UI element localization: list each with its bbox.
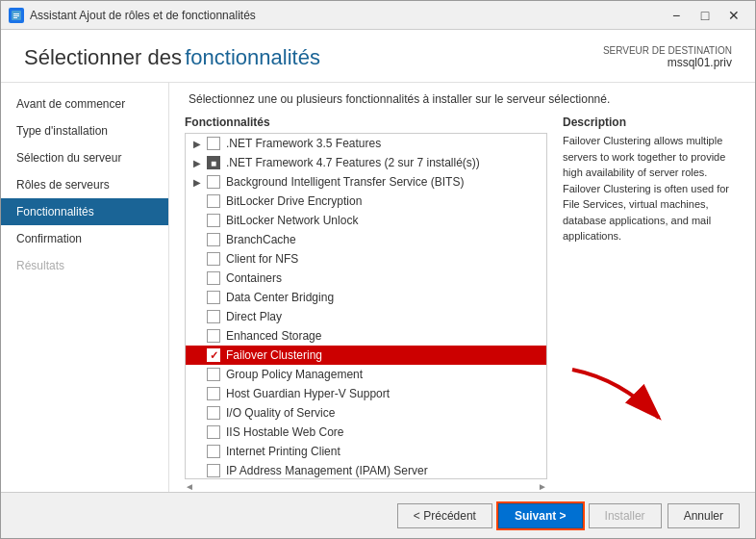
app-icon [9,8,24,23]
window-title: Assistant Ajout de rôles et de fonctionn… [30,9,663,22]
list-item[interactable]: Enhanced Storage [186,326,546,346]
expand-icon [189,328,205,344]
expand-icon [189,193,205,209]
feature-label: .NET Framework 4.7 Features (2 sur 7 ins… [226,156,542,169]
list-item[interactable]: Host Guardian Hyper-V Support [186,384,546,403]
feature-checkbox[interactable] [207,368,220,381]
close-button[interactable]: ✕ [720,5,747,26]
feature-checkbox[interactable] [207,445,220,458]
feature-checkbox[interactable] [207,464,220,477]
feature-label: BitLocker Network Unlock [226,214,542,227]
feature-checkbox[interactable] [207,194,220,208]
feature-checkbox[interactable] [207,329,220,343]
description-header: Description [563,110,740,133]
page-title: Sélectionner des fonctionnalités [24,45,320,70]
list-item[interactable]: Direct Play [186,307,546,326]
features-panel: Fonctionnalités ▶ .NET Framework 3.5 Fea… [185,110,547,492]
expand-icon [189,367,205,382]
feature-checkbox[interactable] [207,291,220,304]
expand-icon [189,270,205,286]
red-arrow-icon [563,360,678,437]
feature-checkbox[interactable]: ✓ [207,348,220,362]
features-header: Fonctionnalités [185,110,547,133]
feature-label: IP Address Management (IPAM) Server [226,464,542,477]
feature-checkbox[interactable] [207,387,220,400]
sidebar-item-type[interactable]: Type d'installation [1,117,168,144]
expand-icon[interactable]: ▶ [189,136,205,151]
list-item[interactable]: Client for NFS [186,249,546,269]
list-item[interactable]: BranchCache [186,230,546,249]
feature-label: Client for NFS [226,252,542,266]
list-item[interactable]: Group Policy Management [186,365,546,384]
description-panel: Description Failover Clustering allows m… [547,110,740,492]
main-layout: Avant de commencer Type d'installation S… [1,83,755,492]
features-list: ▶ .NET Framework 3.5 Features ▶ ■ .NET F… [186,134,546,479]
expand-icon [189,347,205,363]
main-content: Sélectionnez une ou plusieurs fonctionna… [169,83,755,492]
page-subtitle: Sélectionnez une ou plusieurs fonctionna… [169,83,755,110]
feature-checkbox[interactable] [207,233,220,246]
feature-label: Group Policy Management [226,368,542,381]
window-controls: − □ ✕ [663,5,747,26]
cancel-button[interactable]: Annuler [668,503,740,528]
feature-checkbox[interactable] [207,425,220,439]
minimize-button[interactable]: − [663,5,690,26]
sidebar-item-selection[interactable]: Sélection du serveur [1,144,168,171]
expand-icon [189,213,205,228]
next-button[interactable]: Suivant > [498,503,583,528]
list-item[interactable]: IIS Hostable Web Core [186,423,546,442]
expand-icon [189,251,205,267]
sidebar-item-roles[interactable]: Rôles de serveurs [1,171,168,198]
list-item-failover[interactable]: ✓ Failover Clustering [186,346,546,365]
list-item[interactable]: IP Address Management (IPAM) Server [186,461,546,479]
list-item[interactable]: ▶ .NET Framework 3.5 Features [186,134,546,153]
sidebar-item-resultats: Résultats [1,252,168,279]
list-item[interactable]: Data Center Bridging [186,288,546,307]
arrow-container [563,360,740,437]
sidebar-item-avant[interactable]: Avant de commencer [1,90,168,117]
feature-checkbox[interactable] [207,252,220,266]
content-columns: Fonctionnalités ▶ .NET Framework 3.5 Fea… [169,110,755,492]
sidebar-item-fonctionnalites[interactable]: Fonctionnalités [1,198,168,225]
feature-checkbox[interactable]: ■ [207,156,220,169]
expand-icon [189,405,205,421]
features-list-container[interactable]: ▶ .NET Framework 3.5 Features ▶ ■ .NET F… [185,133,547,479]
feature-label: Host Guardian Hyper-V Support [226,387,542,400]
prev-button[interactable]: < Précédent [397,503,492,528]
feature-label: I/O Quality of Service [226,406,542,420]
list-item[interactable]: BitLocker Network Unlock [186,211,546,230]
main-window: Assistant Ajout de rôles et de fonctionn… [0,0,756,539]
list-item[interactable]: ▶ ■ .NET Framework 4.7 Features (2 sur 7… [186,153,546,172]
list-item[interactable]: Containers [186,269,546,288]
svg-rect-2 [13,15,19,16]
feature-label: Background Intelligent Transfer Service … [226,175,542,189]
list-item[interactable]: I/O Quality of Service [186,403,546,423]
feature-checkbox[interactable] [207,137,220,150]
feature-checkbox[interactable] [207,406,220,420]
feature-label: Direct Play [226,310,542,323]
list-item[interactable]: Internet Printing Client [186,442,546,461]
titlebar: Assistant Ajout de rôles et de fonctionn… [1,1,755,30]
feature-label: .NET Framework 3.5 Features [226,137,542,150]
list-item[interactable]: ▶ Background Intelligent Transfer Servic… [186,172,546,192]
expand-icon [189,424,205,440]
scroll-info: ◄► [185,481,547,492]
expand-icon [189,463,205,478]
feature-checkbox[interactable] [207,175,220,189]
install-button[interactable]: Installer [589,503,662,528]
feature-label: Enhanced Storage [226,329,542,343]
feature-checkbox[interactable] [207,271,220,285]
feature-checkbox[interactable] [207,310,220,323]
page-header: Sélectionner des fonctionnalités SERVEUR… [1,30,755,83]
feature-label: Failover Clustering [226,348,542,362]
sidebar-item-confirmation[interactable]: Confirmation [1,225,168,252]
expand-icon[interactable]: ▶ [189,174,205,190]
list-item[interactable]: BitLocker Drive Encryption [186,192,546,211]
feature-label: BitLocker Drive Encryption [226,194,542,208]
expand-icon [189,386,205,401]
footer: < Précédent Suivant > Installer Annuler [1,492,755,538]
feature-checkbox[interactable] [207,214,220,227]
expand-icon[interactable]: ▶ [189,155,205,170]
expand-icon [189,309,205,324]
maximize-button[interactable]: □ [692,5,718,26]
